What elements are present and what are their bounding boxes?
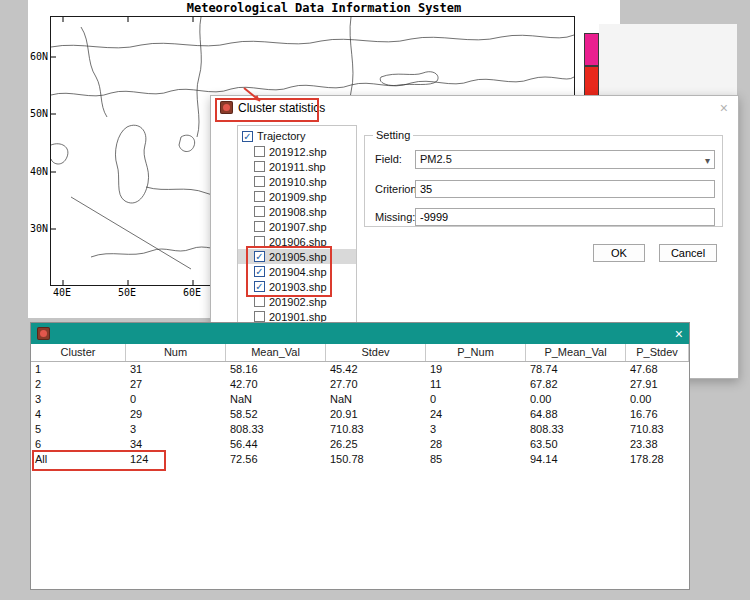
file-checkbox[interactable]: ✓: [254, 266, 265, 277]
column-header[interactable]: P_Stdev: [626, 344, 689, 361]
table-header-row: ClusterNumMean_ValStdevP_NumP_Mean_ValP_…: [31, 344, 689, 362]
file-checkbox[interactable]: [254, 161, 265, 172]
chevron-down-icon: ▾: [705, 152, 710, 169]
x-axis-label: 60E: [182, 287, 202, 298]
table-cell: 42.70: [226, 377, 326, 392]
setting-group-label: Setting: [373, 129, 413, 141]
file-checkbox[interactable]: [254, 236, 265, 247]
trajectory-label: Trajectory: [257, 130, 306, 142]
colorbar-legend: 5142: [584, 33, 599, 99]
table-row[interactable]: 53808.33710.833808.33710.83: [31, 422, 689, 437]
file-checkbox[interactable]: [254, 146, 265, 157]
file-name: 201903.shp: [269, 281, 327, 293]
table-row[interactable]: 30NaNNaN00.000.00: [31, 392, 689, 407]
file-name: 201911.shp: [269, 161, 326, 173]
file-item[interactable]: 201906.shp: [238, 234, 356, 249]
file-checkbox[interactable]: [254, 206, 265, 217]
table-cell: 124: [126, 452, 226, 467]
x-axis-label: 50E: [117, 287, 137, 298]
table-cell: 808.33: [226, 422, 326, 437]
table-cell: 3: [126, 422, 226, 437]
table-row[interactable]: 42958.5220.912464.8816.76: [31, 407, 689, 422]
table-row[interactable]: All12472.56150.788594.14178.28: [31, 452, 689, 467]
file-item[interactable]: 201909.shp: [238, 189, 356, 204]
file-item[interactable]: ✓201903.shp: [238, 279, 356, 294]
missing-label: Missing:: [375, 211, 415, 223]
table-cell: 19: [426, 362, 526, 377]
table-cell: 0.00: [626, 392, 689, 407]
cancel-button[interactable]: Cancel: [659, 244, 717, 262]
table-body: 13158.1645.421978.7447.6822742.7027.7011…: [31, 362, 689, 467]
dialog-titlebar[interactable]: Cluster statistics ×: [211, 96, 738, 120]
file-checkbox[interactable]: [254, 176, 265, 187]
table-cell: 3: [426, 422, 526, 437]
file-name: 201902.shp: [269, 296, 327, 308]
table-cell: 710.83: [626, 422, 689, 437]
field-dropdown[interactable]: PM2.5 ▾: [415, 150, 715, 169]
colorbar-entry: 51: [584, 33, 599, 66]
ok-button[interactable]: OK: [593, 244, 645, 262]
file-name: 201901.shp: [269, 311, 327, 323]
table-cell: NaN: [326, 392, 426, 407]
table-cell: 47.68: [626, 362, 689, 377]
y-axis-label: 60N: [28, 51, 48, 62]
file-item[interactable]: 201908.shp: [238, 204, 356, 219]
table-cell: 27.70: [326, 377, 426, 392]
criterion-input[interactable]: [415, 180, 715, 198]
table-titlebar[interactable]: ×: [31, 323, 689, 344]
table-cell: 72.56: [226, 452, 326, 467]
file-checkbox[interactable]: [254, 311, 265, 322]
missing-input[interactable]: [415, 208, 715, 226]
table-cell: 4: [31, 407, 126, 422]
column-header[interactable]: P_Num: [426, 344, 526, 361]
file-item[interactable]: 201911.shp: [238, 159, 356, 174]
table-cell: 34: [126, 437, 226, 452]
column-header[interactable]: Stdev: [326, 344, 426, 361]
file-checkbox[interactable]: [254, 296, 265, 307]
table-cell: 29: [126, 407, 226, 422]
table-cell: 20.91: [326, 407, 426, 422]
file-item[interactable]: 201910.shp: [238, 174, 356, 189]
file-item[interactable]: 201907.shp: [238, 219, 356, 234]
table-cell: 27: [126, 377, 226, 392]
column-header[interactable]: Cluster: [31, 344, 126, 361]
file-checkbox[interactable]: ✓: [254, 251, 265, 262]
trajectory-root-item[interactable]: ✓ Trajectory: [238, 128, 356, 144]
y-axis-label: 50N: [28, 108, 48, 119]
close-icon[interactable]: ×: [720, 100, 728, 116]
table-cell: 150.78: [326, 452, 426, 467]
table-cell: NaN: [226, 392, 326, 407]
table-cell: 710.83: [326, 422, 426, 437]
file-item[interactable]: 201902.shp: [238, 294, 356, 309]
table-cell: 808.33: [526, 422, 626, 437]
column-header[interactable]: P_Mean_Val: [526, 344, 626, 361]
file-checkbox[interactable]: ✓: [254, 281, 265, 292]
close-icon[interactable]: ×: [675, 327, 683, 341]
file-checkbox[interactable]: [254, 191, 265, 202]
file-checkbox[interactable]: [254, 221, 265, 232]
table-cell: 6: [31, 437, 126, 452]
table-row[interactable]: 63456.4426.252863.5023.38: [31, 437, 689, 452]
table-row[interactable]: 13158.1645.421978.7447.68: [31, 362, 689, 377]
table-cell: 0: [426, 392, 526, 407]
file-item[interactable]: ✓201904.shp: [238, 264, 356, 279]
table-row[interactable]: 22742.7027.701167.8227.91: [31, 377, 689, 392]
trajectory-checkbox[interactable]: ✓: [242, 131, 253, 142]
file-item[interactable]: 201912.shp: [238, 144, 356, 159]
column-header[interactable]: Num: [126, 344, 226, 361]
table-cell: 64.88: [526, 407, 626, 422]
table-cell: 58.16: [226, 362, 326, 377]
file-name: 201904.shp: [269, 266, 327, 278]
file-item[interactable]: ✓201905.shp: [238, 249, 356, 264]
table-cell: 2: [31, 377, 126, 392]
table-cell: 45.42: [326, 362, 426, 377]
field-label: Field:: [375, 153, 402, 165]
column-header[interactable]: Mean_Val: [226, 344, 326, 361]
table-cell: 178.28: [626, 452, 689, 467]
desktop: Meteorological Data Information System: [0, 0, 750, 600]
field-value: PM2.5: [420, 153, 452, 165]
table-cell: 11: [426, 377, 526, 392]
table-cell: All: [31, 452, 126, 467]
map-title: Meteorological Data Information System: [28, 1, 620, 15]
app-icon: [220, 101, 233, 114]
